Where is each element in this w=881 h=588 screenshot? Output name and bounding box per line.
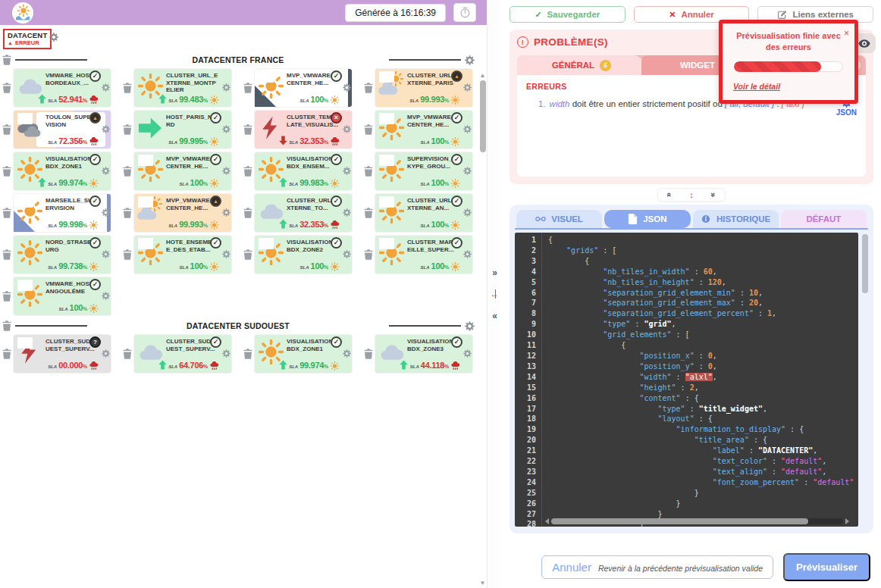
dashboard-tile[interactable]: CLUSTER_URL_EXTERNE_PARIS ▲ SLA 99.993% (375, 69, 472, 107)
dashboard-tile[interactable]: MARSEILLE_SUPERVISION ✓ SLA 99.998% (14, 194, 111, 232)
dashboard-tile[interactable]: NORD_STRASBOURG ✓ SLA 99.738% (14, 236, 111, 274)
problems-tab-général[interactable]: GÉNÉRAL5 (517, 55, 646, 75)
dashboard-tile[interactable]: MVP_VMWARE_VCENTER_HE... ✓ SLA 100% (134, 152, 231, 190)
dashboard-tile[interactable]: VMWARE_HOST_ANGOULÊME ✓ SLA 100% (14, 277, 111, 315)
trash-icon[interactable] (2, 124, 11, 135)
gear-icon[interactable] (343, 250, 351, 258)
gear-icon[interactable] (465, 321, 475, 331)
dashboard-tile[interactable]: SUPERVISION_SKYPE_GROU... ✓ SLA 100% (375, 152, 472, 190)
gear-icon[interactable] (343, 83, 351, 92)
collapse-down-icon[interactable]: » (709, 192, 718, 197)
trash-icon[interactable] (364, 208, 373, 218)
trash-icon[interactable] (2, 321, 11, 331)
panel-splitter[interactable]: » « (487, 0, 502, 588)
trash-icon[interactable] (2, 249, 11, 260)
gear-icon[interactable] (343, 167, 351, 175)
dashboard-tile[interactable]: CLUSTER_MARSEILLE_SUPER... ✓ SLA 100% (375, 236, 472, 274)
vscrollbar-thumb[interactable] (862, 234, 868, 293)
vertical-scrollbar[interactable] (861, 233, 868, 527)
gear-icon[interactable] (102, 125, 110, 133)
gear-icon[interactable] (102, 292, 110, 300)
left-scrollbar[interactable]: ▲ ▼ (478, 72, 487, 588)
trash-icon[interactable] (2, 83, 11, 93)
trash-icon[interactable] (123, 208, 132, 218)
close-icon[interactable]: × (844, 29, 849, 38)
trash-icon[interactable] (123, 166, 132, 177)
dashboard-tile[interactable]: CLUSTER_SUDOUEST_SUPERV... ✓ SLA 64.706% (134, 335, 231, 373)
trash-icon[interactable] (364, 249, 373, 260)
code-lines[interactable]: { "grids" : [ { "nb_tiles_in_width" : 60… (548, 233, 858, 527)
dashboard-tile[interactable]: VMWARE_HOST_BORDEAUX_... ✓ SLA 52.941% (14, 69, 111, 107)
gear-icon[interactable] (222, 83, 230, 92)
dashboard-tile[interactable]: CLUSTER_URL_EXTERNE_TO... ✓ SLA 32.353% (255, 194, 352, 232)
panel-collapse-bar[interactable]: « ↕ » (657, 188, 726, 202)
collapse-up-icon[interactable]: « (665, 192, 674, 197)
dashboard-tile[interactable]: CLUSTER_TEMPLATE_VISUALIS... × SLA 32.35… (255, 111, 352, 149)
refresh-timer-button[interactable] (453, 3, 476, 22)
trash-icon[interactable] (364, 349, 373, 359)
preview-button[interactable]: Prévisualiser (783, 553, 870, 581)
gear-icon[interactable] (49, 33, 58, 42)
dashboard-tile[interactable]: HOTE_ENSEMBLE_DES_ETAB... ✓ SLA 100% (134, 236, 231, 274)
trash-icon[interactable] (364, 166, 373, 177)
gear-icon[interactable] (463, 83, 472, 92)
scroll-down-icon[interactable]: ▼ (478, 580, 487, 586)
trash-icon[interactable] (364, 83, 373, 93)
see-detail-link[interactable]: Voir le détail (733, 82, 780, 91)
resize-handle-icon[interactable] (490, 289, 500, 299)
editor-tab-visuel[interactable]: VISUEL (516, 210, 602, 228)
trash-icon[interactable] (2, 166, 11, 177)
trash-icon[interactable] (2, 349, 11, 359)
gear-icon[interactable] (463, 125, 472, 133)
dashboard-tile[interactable]: VISUALISATION_BDX_ENSEM... ✓ SLA 99.983% (255, 152, 352, 190)
dashboard-tile[interactable]: VISUALISATION_BDX_ZONE1 ✓ SLA 99.974% (14, 152, 111, 190)
trash-icon[interactable] (243, 83, 252, 93)
gear-icon[interactable] (222, 250, 230, 258)
trash-icon[interactable] (2, 208, 11, 218)
scroll-left-icon[interactable] (545, 518, 549, 524)
trash-icon[interactable] (123, 349, 132, 359)
trash-icon[interactable] (2, 55, 11, 65)
gear-icon[interactable] (102, 250, 110, 258)
trash-icon[interactable] (123, 249, 132, 260)
dashboard-tile[interactable]: CLUSTER_SUDOUEST_SUPERV... ? SLA 00.000% (14, 335, 111, 373)
dashboard-tile[interactable]: CLUSTER_URL_EXTERNE_MONTPELIER SLA 99.48… (134, 69, 231, 107)
root-datacenter-badge[interactable]: DATACENT ▲ ERREUR (3, 29, 52, 49)
editor-tab-json[interactable]: JSON (604, 210, 690, 228)
gear-icon[interactable] (463, 250, 472, 258)
trash-icon[interactable] (2, 291, 11, 302)
gear-icon[interactable] (463, 208, 472, 217)
gear-icon[interactable] (222, 125, 230, 133)
dashboard-tile[interactable]: TOULON_SUPERVISION ▲ SLA 72.356% (14, 111, 111, 149)
scroll-right-icon[interactable] (845, 518, 849, 524)
trash-icon[interactable] (243, 349, 252, 359)
gear-icon[interactable] (222, 208, 230, 217)
hscrollbar-thumb[interactable] (551, 518, 808, 524)
scrollbar-thumb[interactable] (480, 80, 486, 152)
dashboard-tile[interactable]: MVP_VMWARE_VCENTER_HE... ▲ SLA 99.993% (134, 194, 231, 232)
dashboard-tile[interactable]: VISUALISATION_BDX_ZONE1 ✓ SLA 99.974% (255, 335, 352, 373)
gear-icon[interactable] (343, 349, 351, 358)
generated-at-button[interactable]: Générée à 16:16:39 (345, 4, 446, 22)
gear-icon[interactable] (222, 349, 230, 358)
dashboard-tile[interactable]: VISUALISATION_BDX_ZONE2 ✓ SLA 100% (255, 236, 352, 274)
trash-icon[interactable] (123, 83, 132, 93)
gear-icon[interactable] (465, 55, 475, 65)
trash-icon[interactable] (123, 124, 132, 135)
json-code-editor[interactable]: 1234567891011121314151617181920212223242… (515, 233, 858, 527)
gear-icon[interactable] (102, 167, 110, 175)
gear-icon[interactable] (102, 349, 110, 358)
expand-right-button[interactable]: » (492, 268, 497, 277)
trash-icon[interactable] (364, 124, 373, 135)
dashboard-tile[interactable]: MVP_VMWARE_VCENTER_HE... ✓ SLA 100% (255, 69, 352, 107)
gear-icon[interactable] (463, 349, 472, 358)
horizontal-scrollbar[interactable] (545, 518, 849, 525)
dashboard-tile[interactable]: CLUSTER_URL_EXTERNE_AN... ✓ SLA 100% (375, 194, 472, 232)
gear-icon[interactable] (102, 83, 110, 92)
scroll-up-icon[interactable]: ▲ (478, 72, 487, 79)
gear-icon[interactable] (343, 125, 351, 133)
dashboard-tile[interactable]: VISUALISATION_BDX_ZONE3 ✓ SLA 44.118% (375, 335, 472, 373)
editor-tab-historique[interactable]: HISTORIQUE (693, 210, 779, 228)
trash-icon[interactable] (243, 166, 252, 177)
trash-icon[interactable] (243, 208, 252, 218)
